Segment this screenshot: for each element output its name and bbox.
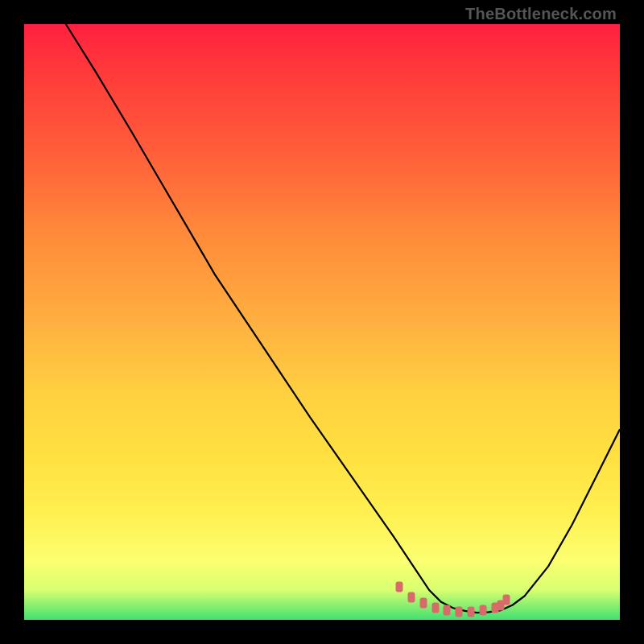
marker-point xyxy=(444,605,451,616)
marker-point xyxy=(431,603,439,613)
watermark-text: TheBottleneck.com xyxy=(465,5,617,23)
marker-layer xyxy=(24,24,620,620)
plot-area xyxy=(24,24,620,620)
marker-point xyxy=(419,598,427,609)
marker-point xyxy=(408,592,415,602)
marker-point xyxy=(503,594,510,605)
marker-point xyxy=(479,605,486,616)
marker-point xyxy=(396,582,403,592)
marker-point xyxy=(468,606,475,617)
marker-point xyxy=(456,606,463,617)
